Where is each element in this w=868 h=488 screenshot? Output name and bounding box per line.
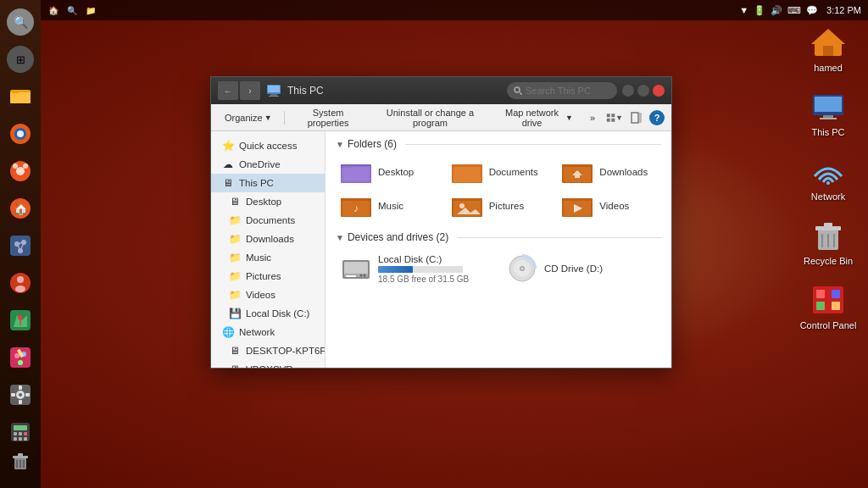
sidebar-item-desktop-kpt[interactable]: 🖥 DESKTOP-KPT6F75 bbox=[211, 341, 325, 360]
topbar-keyboard-icon: ⌨ bbox=[787, 5, 801, 16]
taskbar-trash[interactable] bbox=[3, 444, 37, 478]
taskbar-workspaces[interactable]: ⊞ bbox=[3, 42, 37, 76]
sidebar-item-quick-access[interactable]: ⭐ Quick access bbox=[211, 136, 325, 155]
preview-pane-button[interactable] bbox=[627, 108, 646, 127]
forward-button[interactable]: › bbox=[240, 81, 260, 100]
taskbar-gear[interactable] bbox=[3, 378, 37, 412]
svg-rect-1 bbox=[10, 92, 31, 103]
folder-desktop[interactable]: Desktop bbox=[336, 157, 440, 187]
desktop-icon-network[interactable]: Network bbox=[798, 154, 858, 202]
svg-point-20 bbox=[17, 276, 24, 283]
sidebar-item-music[interactable]: 📁 Music bbox=[211, 248, 325, 267]
taskbar-user[interactable] bbox=[3, 266, 37, 300]
back-button[interactable]: ← bbox=[218, 81, 238, 100]
documents-sidebar-icon: 📁 bbox=[228, 214, 242, 227]
sidebar-item-onedrive[interactable]: ☁ OneDrive bbox=[211, 155, 325, 174]
desktop-icon-recycle-bin[interactable]: Recycle Bin bbox=[798, 219, 858, 266]
folder-music-icon: ♪ bbox=[341, 194, 371, 218]
folder-pictures[interactable]: Pictures bbox=[447, 191, 551, 221]
search-input[interactable] bbox=[526, 86, 610, 96]
more-options-button[interactable]: » bbox=[583, 108, 602, 127]
svg-rect-81 bbox=[639, 113, 642, 123]
sidebar-item-videos[interactable]: 📁 Videos bbox=[211, 286, 325, 304]
close-button[interactable] bbox=[653, 85, 665, 97]
folder-documents-label: Documents bbox=[489, 167, 538, 177]
folder-desktop-label: Desktop bbox=[378, 167, 414, 177]
sidebar-item-documents[interactable]: 📁 Documents bbox=[211, 211, 325, 230]
drive-cd-icon bbox=[507, 253, 537, 284]
svg-rect-85 bbox=[342, 166, 370, 181]
topbar-files-icon[interactable]: 📁 bbox=[85, 4, 97, 16]
folder-downloads[interactable]: Downloads bbox=[557, 157, 661, 187]
map-network-button[interactable]: Map network drive ▼ bbox=[493, 108, 580, 127]
svg-rect-34 bbox=[19, 400, 22, 404]
svg-rect-41 bbox=[24, 432, 27, 435]
this-pc-sidebar-icon: 🖥 bbox=[221, 176, 235, 190]
computer-icon-1: 🖥 bbox=[228, 344, 242, 358]
topbar-right: ▼ 🔋 🔊 ⌨ 💬 3:12 PM bbox=[739, 5, 861, 16]
network-sidebar-icon: 🌐 bbox=[221, 325, 235, 339]
folder-videos[interactable]: Videos bbox=[557, 191, 661, 221]
taskbar-paint[interactable] bbox=[3, 341, 37, 374]
taskbar-ubuntu-software[interactable] bbox=[3, 154, 37, 188]
topbar-search-icon[interactable]: 🔍 bbox=[66, 4, 78, 16]
drive-cd[interactable]: CD Drive (D:) bbox=[502, 250, 661, 287]
drive-cd-label: CD Drive (D:) bbox=[544, 263, 603, 274]
folder-desktop-icon bbox=[341, 160, 371, 184]
taskbar-social[interactable] bbox=[3, 229, 37, 263]
sidebar-item-network[interactable]: 🌐 Network bbox=[211, 323, 325, 341]
music-sidebar-icon: 📁 bbox=[228, 251, 242, 264]
taskbar-search[interactable]: 🔍 bbox=[3, 5, 37, 39]
topbar-battery-icon: 🔋 bbox=[754, 5, 765, 16]
sidebar-item-vboxsvr[interactable]: 🖥 VBOXSVR bbox=[211, 360, 325, 368]
desktop-icon-control-panel[interactable]: Control Panel bbox=[798, 283, 858, 330]
maximize-button[interactable] bbox=[637, 85, 649, 97]
folder-documents[interactable]: Documents bbox=[447, 157, 551, 187]
search-box[interactable] bbox=[507, 82, 617, 99]
desktop-icon-hamed[interactable]: hamed bbox=[798, 25, 858, 73]
videos-sidebar-icon: 📁 bbox=[228, 288, 242, 302]
svg-point-28 bbox=[18, 360, 23, 365]
minimize-button[interactable] bbox=[622, 85, 634, 97]
svg-rect-71 bbox=[268, 86, 280, 92]
drives-chevron[interactable]: ▼ bbox=[336, 233, 344, 242]
taskbar-firefox[interactable] bbox=[3, 117, 37, 151]
window-content: ⭐ Quick access ☁ OneDrive 🖥 This PC 🖥 De… bbox=[211, 131, 671, 368]
view-options-button[interactable]: ▼ bbox=[605, 108, 624, 127]
sidebar-item-this-pc[interactable]: 🖥 This PC bbox=[211, 174, 325, 192]
folders-chevron[interactable]: ▼ bbox=[336, 140, 344, 149]
folder-videos-icon bbox=[562, 194, 593, 218]
sidebar-item-local-disk[interactable]: 💾 Local Disk (C:) bbox=[211, 304, 325, 323]
system-properties-button[interactable]: System properties bbox=[289, 108, 366, 127]
taskbar-files[interactable] bbox=[3, 80, 37, 114]
taskbar-maps[interactable] bbox=[3, 303, 37, 337]
help-button[interactable]: ? bbox=[649, 110, 665, 125]
sidebar-item-desktop[interactable]: 🖥 Desktop bbox=[211, 192, 325, 211]
drive-local-disk-label: Local Disk (C:) bbox=[378, 254, 469, 264]
desktop-icon-hamed-label: hamed bbox=[814, 63, 843, 73]
svg-point-26 bbox=[14, 353, 19, 358]
svg-point-74 bbox=[515, 87, 520, 92]
sidebar-item-pictures[interactable]: 📁 Pictures bbox=[211, 267, 325, 286]
folder-pictures-icon bbox=[452, 194, 482, 218]
uninstall-button[interactable]: Uninstall or change a program bbox=[370, 108, 490, 127]
drives-grid: Local Disk (C:) 18.5 GB free of 31.5 GB bbox=[336, 250, 661, 287]
drive-local-disk[interactable]: Local Disk (C:) 18.5 GB free of 31.5 GB bbox=[336, 250, 495, 287]
desktop-icon-this-pc-label: This PC bbox=[811, 127, 844, 137]
taskbar-ubuntu-home[interactable]: 🏠 bbox=[3, 191, 37, 225]
topbar-time: 3:12 PM bbox=[826, 5, 861, 15]
svg-point-32 bbox=[19, 393, 22, 396]
desktop-icon-recycle-bin-label: Recycle Bin bbox=[804, 256, 853, 266]
svg-rect-79 bbox=[611, 118, 615, 121]
svg-rect-67 bbox=[832, 290, 840, 298]
folder-music-label: Music bbox=[378, 201, 403, 211]
organize-button[interactable]: Organize ▼ bbox=[218, 108, 279, 127]
folder-music[interactable]: ♪ Music bbox=[336, 191, 440, 221]
svg-point-58 bbox=[826, 181, 830, 185]
sidebar-item-downloads[interactable]: 📁 Downloads bbox=[211, 230, 325, 248]
topbar-left: 🏠 🔍 📁 bbox=[47, 4, 97, 16]
sidebar: ⭐ Quick access ☁ OneDrive 🖥 This PC 🖥 De… bbox=[211, 131, 326, 368]
svg-rect-38 bbox=[14, 425, 27, 430]
svg-rect-2 bbox=[12, 90, 19, 93]
desktop-icon-this-pc[interactable]: This PC bbox=[798, 90, 858, 137]
